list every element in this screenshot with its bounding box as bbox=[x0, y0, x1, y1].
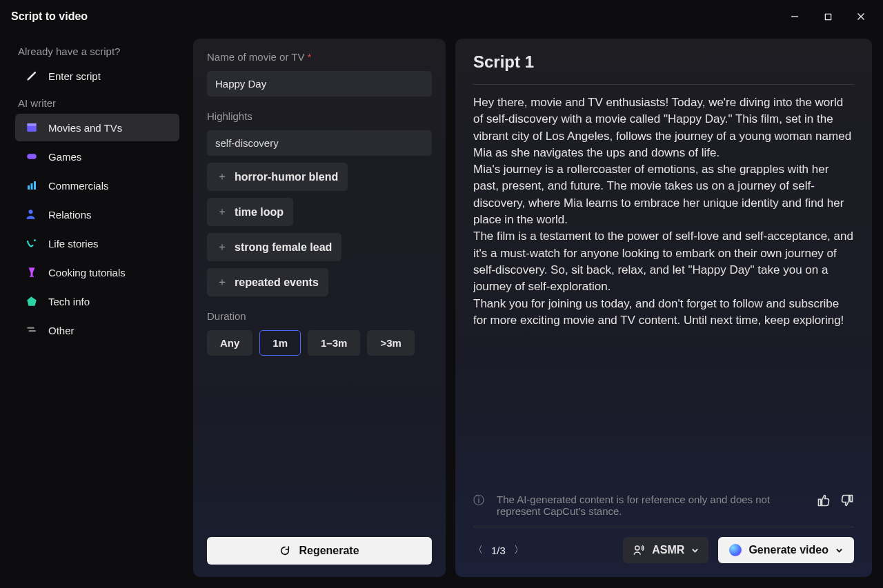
script-title: Script 1 bbox=[473, 52, 854, 85]
tag-icon bbox=[25, 294, 39, 308]
movie-name-input[interactable] bbox=[207, 71, 432, 97]
sidebar-item-label: Commercials bbox=[48, 180, 109, 192]
prev-script-button[interactable]: 〈 bbox=[473, 544, 483, 556]
pencil-icon bbox=[25, 69, 39, 83]
script-section-label: Already have a script? bbox=[11, 39, 183, 61]
sidebar-item-commercials[interactable]: Commercials bbox=[15, 172, 179, 199]
plus-icon: ＋ bbox=[217, 240, 228, 254]
orb-icon bbox=[729, 544, 742, 556]
minimize-button[interactable] bbox=[781, 4, 808, 29]
highlight-primary-input[interactable]: self-discovery bbox=[207, 130, 432, 156]
chevron-down-icon bbox=[835, 547, 843, 554]
controller-icon bbox=[25, 150, 39, 163]
next-script-button[interactable]: 〉 bbox=[514, 544, 524, 556]
script-body[interactable]: Hey there, movie and TV enthusiasts! Tod… bbox=[473, 94, 854, 487]
sidebar-item-label: Tech info bbox=[48, 296, 90, 307]
svg-point-10 bbox=[29, 210, 33, 214]
highlight-tag[interactable]: ＋horror-humor blend bbox=[207, 163, 348, 191]
plus-icon: ＋ bbox=[217, 170, 228, 184]
window-controls bbox=[781, 4, 875, 29]
highlight-tag[interactable]: ＋time loop bbox=[207, 198, 293, 226]
thumbs-down-button[interactable] bbox=[840, 494, 854, 507]
disclaimer-text: The AI-generated content is for referenc… bbox=[493, 494, 808, 517]
clapper-icon bbox=[25, 121, 39, 134]
info-icon: ⓘ bbox=[473, 494, 484, 508]
sidebar-item-cooking[interactable]: Cooking tutorials bbox=[15, 258, 179, 286]
other-icon bbox=[25, 323, 39, 337]
sidebar-item-life-stories[interactable]: Life stories bbox=[15, 230, 179, 257]
thumbs-up-button[interactable] bbox=[817, 494, 831, 507]
svg-rect-7 bbox=[28, 185, 30, 190]
form-panel: Name of movie or TV * Highlights self-di… bbox=[193, 39, 446, 577]
highlight-tag[interactable]: ＋repeated events bbox=[207, 268, 328, 296]
duration-option-gt3m[interactable]: >3m bbox=[367, 330, 414, 356]
glass-icon bbox=[25, 265, 39, 279]
svg-rect-12 bbox=[27, 327, 34, 329]
svg-rect-8 bbox=[31, 183, 33, 190]
sidebar-item-label: Other bbox=[48, 325, 75, 336]
sidebar-item-label: Relations bbox=[48, 209, 92, 221]
sidebar-item-games[interactable]: Games bbox=[15, 143, 179, 170]
window-title: Script to video bbox=[11, 10, 88, 23]
ai-writer-label: AI writer bbox=[11, 90, 183, 113]
enter-script-label: Enter script bbox=[48, 70, 101, 82]
sidebar-item-label: Movies and TVs bbox=[48, 122, 122, 134]
sidebar-item-label: Cooking tutorials bbox=[48, 267, 126, 278]
maximize-button[interactable] bbox=[814, 4, 842, 29]
sidebar-item-movies[interactable]: Movies and TVs bbox=[15, 114, 179, 141]
sidebar-item-label: Games bbox=[48, 151, 81, 163]
svg-rect-13 bbox=[29, 330, 37, 332]
svg-rect-1 bbox=[825, 14, 831, 19]
enter-script-button[interactable]: Enter script bbox=[15, 62, 179, 90]
sidebar-item-other[interactable]: Other bbox=[15, 316, 179, 344]
chart-icon bbox=[25, 179, 39, 192]
highlights-label: Highlights bbox=[207, 110, 432, 122]
generate-video-button[interactable]: Generate video bbox=[718, 537, 854, 563]
script-pager: 〈 1/3 〉 bbox=[473, 544, 524, 556]
duration-option-any[interactable]: Any bbox=[207, 330, 252, 356]
refresh-icon bbox=[279, 545, 290, 556]
sidebar-item-relations[interactable]: Relations bbox=[15, 201, 179, 228]
wave-icon bbox=[25, 236, 39, 250]
sidebar: Already have a script? Enter script AI w… bbox=[11, 39, 183, 577]
svg-rect-4 bbox=[27, 125, 37, 132]
chevron-down-icon bbox=[691, 547, 699, 554]
voice-select-button[interactable]: ASMR bbox=[623, 537, 708, 563]
duration-option-1m[interactable]: 1m bbox=[259, 330, 301, 356]
sidebar-item-label: Life stories bbox=[48, 238, 99, 250]
person-icon bbox=[25, 207, 39, 221]
page-indicator: 1/3 bbox=[491, 545, 506, 556]
name-label: Name of movie or TV * bbox=[207, 51, 432, 63]
script-panel: Script 1 Hey there, movie and TV enthusi… bbox=[455, 39, 872, 577]
highlight-tag[interactable]: ＋strong female lead bbox=[207, 233, 341, 261]
close-button[interactable] bbox=[847, 4, 875, 29]
duration-label: Duration bbox=[207, 310, 432, 322]
voice-icon bbox=[633, 544, 645, 556]
plus-icon: ＋ bbox=[217, 205, 228, 219]
svg-rect-9 bbox=[34, 181, 36, 190]
plus-icon: ＋ bbox=[217, 275, 228, 290]
svg-rect-6 bbox=[27, 154, 37, 159]
regenerate-button[interactable]: Regenerate bbox=[207, 537, 432, 565]
svg-point-11 bbox=[34, 239, 36, 241]
duration-option-1-3m[interactable]: 1–3m bbox=[308, 330, 360, 356]
sidebar-item-tech[interactable]: Tech info bbox=[15, 287, 179, 315]
svg-point-14 bbox=[635, 546, 639, 550]
svg-rect-5 bbox=[27, 123, 37, 126]
